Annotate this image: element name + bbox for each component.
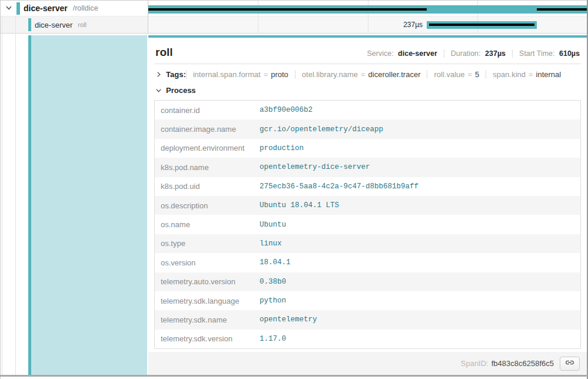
- table-row: container.ida3bf90e006b2: [155, 101, 580, 119]
- span-detail-footer: SpanID: fb483c8c6258f6c5: [148, 352, 587, 375]
- kv-value: Ubuntu: [254, 221, 286, 229]
- meta-duration: Duration: 237µs: [444, 49, 506, 58]
- table-row: telemetry.auto.version0.38b0: [155, 272, 580, 291]
- copy-span-link-button[interactable]: [560, 357, 580, 371]
- meta-start-value: 610µs: [559, 49, 580, 58]
- collapse-children-button[interactable]: [4, 3, 14, 14]
- tags-section-label: Tags:: [166, 70, 186, 79]
- span-id-label: SpanID:: [461, 359, 489, 368]
- table-row: k8s.pod.uid275ecb36-5aa8-4c2a-9c47-d8bb6…: [155, 177, 580, 196]
- equals-sign: =: [361, 70, 366, 79]
- span-bar-roll[interactable]: [427, 21, 537, 29]
- tag-key: span.kind: [493, 70, 526, 79]
- indent-guide: [15, 16, 16, 33]
- chevron-right-icon: [155, 71, 162, 78]
- process-key-value-table: container.ida3bf90e006b2 container.image…: [154, 100, 581, 349]
- span-tree-item-roll[interactable]: dice-server roll: [0, 16, 148, 33]
- process-section-label: Process: [166, 86, 196, 95]
- kv-value: 1.17.0: [254, 335, 286, 343]
- tag-item: otel.library.name=diceroller.tracer: [295, 70, 427, 79]
- tags-accordion-header[interactable]: Tags: internal.span.format=proto otel.li…: [154, 64, 581, 84]
- service-color-stripe: [28, 18, 31, 31]
- kv-key: os.description: [155, 201, 254, 210]
- kv-value: 275ecb36-5aa8-4c2a-9c47-d8bb681b9aff: [254, 182, 418, 191]
- meta-service-value: dice-server: [398, 49, 437, 58]
- kv-key: telemetry.sdk.name: [155, 315, 254, 324]
- meta-duration-label: Duration:: [451, 49, 481, 58]
- equals-sign: =: [529, 70, 533, 79]
- span-tree-item-rolldice[interactable]: dice-server /rolldice: [0, 1, 148, 16]
- kv-key: os.type: [155, 239, 254, 248]
- child-time-overlay: [537, 8, 587, 11]
- tag-key: roll.value: [434, 70, 464, 79]
- service-color-stripe: [16, 2, 20, 15]
- tag-item: roll.value=5: [427, 70, 486, 79]
- span-bar-rolldice[interactable]: [148, 5, 587, 14]
- tag-item: internal.span.format=proto: [186, 70, 295, 79]
- window-frame: [0, 0, 588, 1]
- operation-name: /rolldice: [73, 4, 98, 12]
- tag-value: internal: [536, 70, 562, 79]
- kv-value: 0.38b0: [254, 278, 286, 286]
- operation-name: roll: [78, 21, 87, 28]
- kv-key: telemetry.auto.version: [155, 277, 254, 286]
- kv-value: opentelemetry: [254, 315, 317, 324]
- kv-key: k8s.pod.uid: [155, 182, 254, 191]
- kv-key: container.image.name: [155, 125, 254, 134]
- tag-item: span.kind=internal: [486, 70, 567, 79]
- span-detail-header: roll Service: dice-server Duration: 237µ…: [154, 38, 581, 64]
- kv-value: opentelemetry-dice-server: [254, 163, 370, 171]
- meta-start-label: Start Time:: [519, 49, 554, 58]
- table-row: container.image.namegcr.io/opentelemetry…: [155, 119, 580, 138]
- equals-sign: =: [264, 70, 268, 79]
- kv-value: a3bf90e006b2: [254, 106, 313, 114]
- kv-key: os.name: [155, 220, 254, 229]
- jaeger-trace-detail-window: dice-server /rolldice dice-server roll 2…: [0, 0, 588, 379]
- span-duration-label: 237µs: [148, 16, 427, 33]
- table-row: telemetry.sdk.languagepython: [155, 291, 580, 310]
- span-detail-panel: roll Service: dice-server Duration: 237µ…: [148, 34, 587, 375]
- meta-service: Service: dice-server: [367, 49, 437, 58]
- kv-value: 18.04.1: [254, 258, 291, 267]
- timeline-row-roll[interactable]: 237µs: [148, 16, 587, 33]
- process-accordion-header[interactable]: Process: [154, 84, 581, 100]
- kv-key: telemetry.sdk.version: [155, 334, 254, 343]
- link-icon: [565, 358, 574, 369]
- tag-value: proto: [271, 70, 288, 79]
- child-time-overlay: [148, 8, 427, 11]
- span-id-value: fb483c8c6258f6c5: [491, 359, 554, 368]
- service-name: dice-server: [35, 21, 72, 29]
- chevron-down-icon: [5, 4, 12, 13]
- span-meta: Service: dice-server Duration: 237µs Sta…: [367, 49, 580, 58]
- window-frame: [0, 0, 1, 379]
- table-row: os.typelinux: [155, 234, 580, 253]
- tag-value: 5: [475, 70, 479, 79]
- table-row: telemetry.sdk.version1.17.0: [155, 330, 580, 348]
- table-row: telemetry.sdk.nameopentelemetry: [155, 310, 580, 329]
- kv-key: k8s.pod.name: [155, 163, 254, 172]
- kv-key: deployment.environment: [155, 144, 254, 152]
- indent-guide: [2, 16, 2, 33]
- indent-guide: [2, 34, 2, 375]
- meta-service-label: Service:: [367, 49, 393, 58]
- tag-key: otel.library.name: [302, 70, 358, 79]
- table-row: os.descriptionUbuntu 18.04.1 LTS: [155, 196, 580, 215]
- span-row-rolldice: dice-server /rolldice: [0, 1, 588, 16]
- kv-value: python: [254, 297, 286, 305]
- kv-value: linux: [254, 240, 282, 248]
- span-row-roll: dice-server roll 237µs: [0, 16, 588, 34]
- tag-key: internal.span.format: [193, 70, 261, 79]
- timeline-row-rolldice[interactable]: [148, 1, 587, 16]
- kv-value: gcr.io/opentelemetry/diceapp: [254, 125, 383, 134]
- meta-duration-value: 237µs: [485, 49, 506, 58]
- table-row: k8s.pod.nameopentelemetry-dice-server: [155, 158, 580, 177]
- meta-start-time: Start Time: 610µs: [512, 49, 580, 58]
- tree-gutter: [0, 34, 148, 375]
- table-row: os.nameUbuntu: [155, 215, 580, 234]
- indent-guide: [15, 34, 16, 375]
- table-row: os.version18.04.1: [155, 253, 580, 272]
- kv-value: production: [254, 144, 304, 152]
- table-row: deployment.environmentproduction: [155, 139, 580, 158]
- service-name: dice-server: [24, 4, 68, 13]
- kv-key: os.version: [155, 258, 254, 267]
